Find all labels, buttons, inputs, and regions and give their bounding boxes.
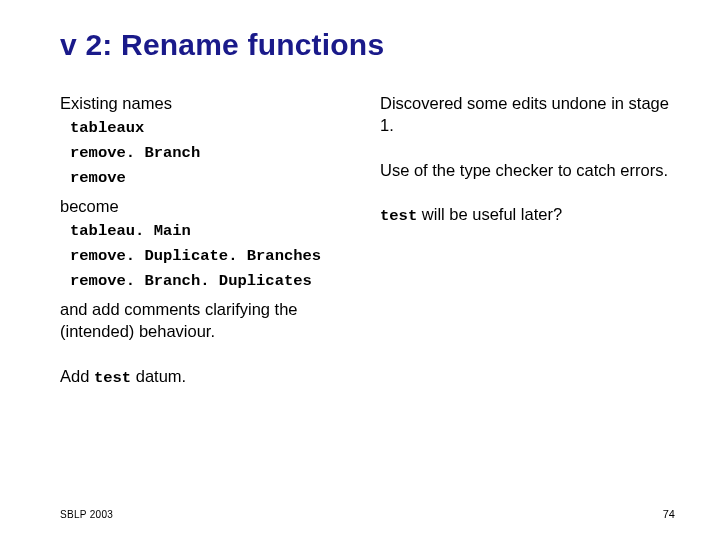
slide: v 2: Rename functions Existing names tab… [0,0,720,540]
code-inline-test: test [380,207,417,225]
right-p1: Discovered some edits undone in stage 1. [380,92,670,137]
add-prefix: Add [60,367,94,385]
left-column: Existing names tableaux remove. Branch r… [60,92,350,393]
right-p3-rest: will be useful later? [417,205,562,223]
become-list: tableau. Main remove. Duplicate. Branche… [60,221,350,292]
footer-page-number: 74 [663,508,675,520]
comments-paragraph: and add comments clarifying the (intende… [60,298,350,343]
code-item: tableaux [70,118,350,139]
code-item: remove [70,168,350,189]
slide-title: v 2: Rename functions [60,28,670,62]
existing-names-heading: Existing names [60,92,350,114]
add-test-paragraph: Add test datum. [60,365,350,389]
existing-names-list: tableaux remove. Branch remove [60,118,350,189]
right-p3: test will be useful later? [380,203,670,227]
content-columns: Existing names tableaux remove. Branch r… [60,92,670,393]
code-item: tableau. Main [70,221,350,242]
right-p2: Use of the type checker to catch errors. [380,159,670,181]
right-column: Discovered some edits undone in stage 1.… [380,92,670,393]
code-item: remove. Branch [70,143,350,164]
add-suffix: datum. [131,367,186,385]
become-heading: become [60,195,350,217]
footer-left: SBLP 2003 [60,509,113,520]
code-item: remove. Branch. Duplicates [70,271,350,292]
code-item: remove. Duplicate. Branches [70,246,350,267]
code-inline-test: test [94,369,131,387]
